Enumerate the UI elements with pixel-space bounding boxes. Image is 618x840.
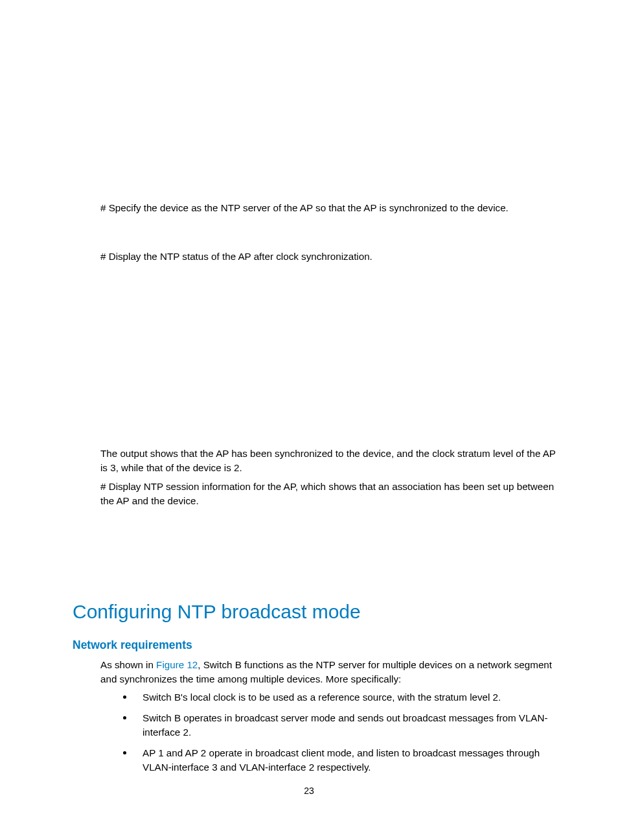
text-intro-pre: As shown in (100, 659, 156, 670)
paragraph-display-session: # Display NTP session information for th… (100, 480, 561, 508)
list-item: AP 1 and AP 2 operate in broadcast clien… (123, 746, 561, 775)
paragraph-network-req-intro: As shown in Figure 12, Switch B function… (100, 658, 561, 686)
heading-network-requirements: Network requirements (73, 638, 561, 652)
page-number: 23 (0, 786, 618, 796)
heading-configuring-ntp-broadcast: Configuring NTP broadcast mode (73, 601, 561, 623)
list-item: Switch B operates in broadcast server mo… (123, 711, 561, 740)
paragraph-step-display-status: # Display the NTP status of the AP after… (100, 250, 561, 264)
list-item: Switch B's local clock is to be used as … (123, 690, 561, 705)
document-page: # Specify the device as the NTP server o… (0, 0, 618, 840)
paragraph-step-specify: # Specify the device as the NTP server o… (100, 201, 561, 215)
link-figure-12[interactable]: Figure 12 (156, 659, 198, 670)
paragraph-sync-output: The output shows that the AP has been sy… (100, 447, 561, 475)
requirements-list: Switch B's local clock is to be used as … (73, 690, 561, 781)
